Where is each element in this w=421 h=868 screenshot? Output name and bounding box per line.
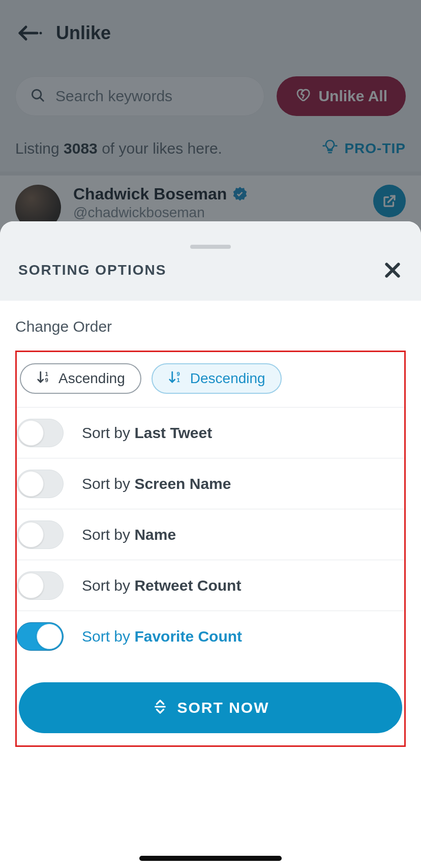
sort-option-toggle[interactable]	[17, 419, 64, 447]
ascending-label: Ascending	[58, 370, 125, 387]
svg-text:9: 9	[45, 377, 48, 383]
svg-text:1: 1	[45, 370, 48, 377]
sort-option-label: Sort by Name	[82, 526, 176, 543]
descending-pill[interactable]: 9 1 Descending	[152, 363, 282, 394]
sheet-drag-handle[interactable]	[190, 245, 231, 249]
sort-option-label: Sort by Favorite Count	[82, 628, 242, 645]
svg-text:9: 9	[176, 370, 179, 377]
sort-option-row: Sort by Favorite Count	[17, 611, 404, 662]
close-icon[interactable]	[382, 260, 403, 280]
sheet-title: SORTING OPTIONS	[18, 262, 166, 278]
ascending-pill[interactable]: 1 9 Ascending	[20, 363, 141, 394]
sort-now-label: SORT NOW	[177, 699, 269, 716]
sort-option-toggle[interactable]	[17, 622, 64, 651]
sort-option-row: Sort by Last Tweet	[17, 408, 404, 458]
sort-option-toggle[interactable]	[17, 571, 64, 600]
sorting-options-sheet: SORTING OPTIONS Change Order	[0, 221, 421, 868]
sort-option-label: Sort by Screen Name	[82, 475, 231, 493]
svg-text:1: 1	[176, 377, 179, 383]
tutorial-highlight-box: 1 9 Ascending 9 1	[15, 351, 406, 747]
sort-now-button[interactable]: SORT NOW	[19, 682, 402, 733]
sort-option-toggle[interactable]	[17, 470, 64, 498]
sort-icon	[152, 699, 168, 717]
sort-option-label: Sort by Retweet Count	[82, 577, 241, 594]
sort-asc-icon: 1 9	[36, 369, 51, 388]
sort-option-toggle[interactable]	[17, 520, 64, 549]
sort-option-row: Sort by Retweet Count	[17, 560, 404, 611]
descending-label: Descending	[190, 370, 265, 387]
home-indicator	[139, 856, 282, 861]
sort-option-label: Sort by Last Tweet	[82, 424, 212, 442]
change-order-label: Change Order	[15, 318, 406, 335]
sort-desc-icon: 9 1	[168, 369, 183, 388]
sort-option-row: Sort by Screen Name	[17, 458, 404, 509]
sort-option-row: Sort by Name	[17, 509, 404, 560]
